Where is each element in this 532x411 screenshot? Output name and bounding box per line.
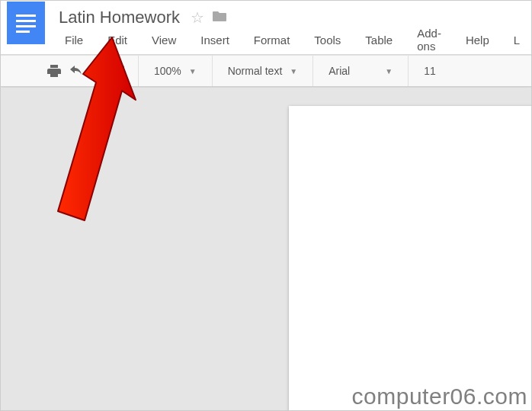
menu-addons[interactable]: Add-ons <box>411 23 447 56</box>
paragraph-style-value: Normal text <box>228 65 283 77</box>
menu-table[interactable]: Table <box>359 30 399 50</box>
menu-format[interactable]: Format <box>248 30 296 50</box>
chevron-down-icon: ▼ <box>385 67 393 75</box>
menu-help[interactable]: Help <box>460 30 495 50</box>
document-page[interactable] <box>289 106 532 411</box>
document-title[interactable]: Latin Homework <box>59 8 189 27</box>
menu-tools[interactable]: Tools <box>308 30 347 50</box>
paint-format-icon[interactable] <box>107 60 129 82</box>
font-family-select[interactable]: Arial ▼ <box>322 65 399 77</box>
zoom-select[interactable]: 100% ▼ <box>148 65 203 77</box>
star-icon[interactable]: ☆ <box>191 8 204 27</box>
menu-file[interactable]: File <box>59 30 89 50</box>
docs-logo-lines <box>16 14 36 31</box>
font-size-value: 11 <box>424 65 436 77</box>
font-size-select[interactable]: 11 <box>418 65 442 77</box>
paragraph-style-select[interactable]: Normal text ▼ <box>222 65 303 77</box>
menu-edit[interactable]: Edit <box>101 30 133 50</box>
menubar: File Edit View Insert Format Tools Table… <box>1 30 531 54</box>
redo-icon[interactable] <box>86 60 107 82</box>
menu-last-cut[interactable]: L <box>508 30 526 50</box>
folder-icon[interactable] <box>212 10 227 26</box>
menu-view[interactable]: View <box>146 30 182 50</box>
font-family-value: Arial <box>328 65 350 77</box>
watermark-text: computer06.com <box>352 384 527 409</box>
zoom-value: 100% <box>154 65 181 77</box>
chevron-down-icon: ▼ <box>189 67 197 75</box>
menu-insert[interactable]: Insert <box>194 30 236 50</box>
editor-canvas[interactable] <box>1 88 531 410</box>
toolbar: 100% ▼ Normal text ▼ Arial ▼ 11 <box>1 55 531 87</box>
chevron-down-icon: ▼ <box>290 67 297 75</box>
docs-logo[interactable] <box>7 2 45 44</box>
print-icon[interactable] <box>43 60 65 82</box>
undo-icon[interactable] <box>65 60 86 82</box>
